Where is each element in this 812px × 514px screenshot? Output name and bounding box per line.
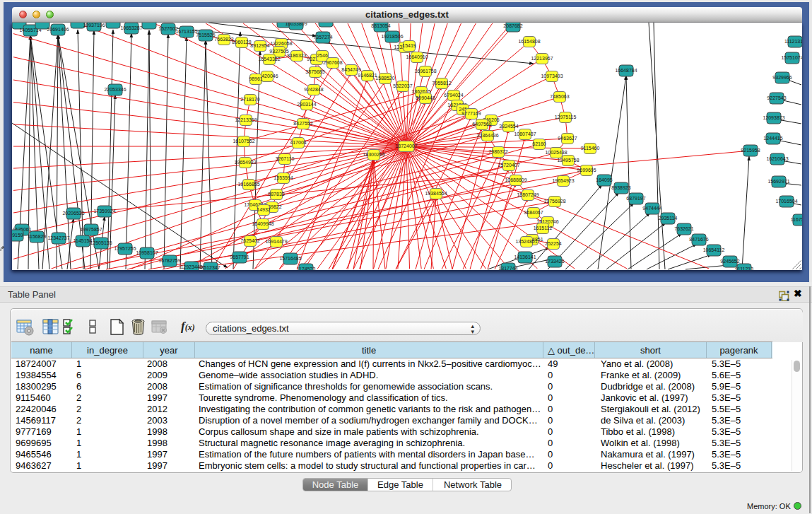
svg-text:8912954: 8912954 <box>250 43 269 48</box>
svg-text:7632621: 7632621 <box>674 226 693 231</box>
svg-text:1317744: 1317744 <box>498 266 517 270</box>
svg-text:252254: 252254 <box>545 241 561 246</box>
svg-text:9115460: 9115460 <box>581 146 600 151</box>
svg-text:15751074: 15751074 <box>781 55 802 60</box>
svg-text:12923448: 12923448 <box>180 264 202 269</box>
svg-text:16543382: 16543382 <box>258 57 280 62</box>
svg-text:16961758: 16961758 <box>414 69 436 74</box>
svg-text:2803144: 2803144 <box>297 102 316 107</box>
svg-text:9227543: 9227543 <box>767 95 786 100</box>
svg-text:8938923: 8938923 <box>611 185 630 190</box>
svg-text:8454749: 8454749 <box>341 67 360 72</box>
svg-text:19975857: 19975857 <box>80 227 102 232</box>
svg-text:20691406: 20691406 <box>47 27 69 32</box>
svg-text:15716485: 15716485 <box>279 256 301 261</box>
svg-text:39159: 39159 <box>12 233 23 238</box>
svg-text:887833: 887833 <box>268 192 284 197</box>
svg-text:19654923: 19654923 <box>552 178 574 183</box>
svg-text:9463627: 9463627 <box>558 136 577 141</box>
svg-text:12505135: 12505135 <box>90 240 112 245</box>
svg-text:9777169: 9777169 <box>461 111 481 116</box>
svg-text:6879197: 6879197 <box>626 196 645 201</box>
svg-text:1733426: 1733426 <box>545 259 564 264</box>
svg-text:1244415: 1244415 <box>763 136 782 141</box>
svg-text:1156829: 1156829 <box>28 234 47 239</box>
svg-text:19218506: 19218506 <box>381 34 403 39</box>
svg-text:9699695: 9699695 <box>577 168 596 173</box>
svg-text:9146821: 9146821 <box>358 73 377 78</box>
svg-text:15419: 15419 <box>402 43 416 48</box>
svg-text:8813054: 8813054 <box>371 23 390 28</box>
svg-text:7663822: 7663822 <box>214 37 233 42</box>
svg-text:1174523: 1174523 <box>297 267 316 270</box>
svg-text:16210643: 16210643 <box>766 156 788 161</box>
svg-text:18300295: 18300295 <box>363 152 384 157</box>
svg-text:12213369: 12213369 <box>235 117 257 122</box>
svg-text:19166855: 19166855 <box>237 182 259 187</box>
svg-text:16409948: 16409948 <box>252 221 273 226</box>
svg-text:19654933: 19654933 <box>234 160 256 165</box>
svg-text:8990448: 8990448 <box>416 95 435 100</box>
svg-text:98961: 98961 <box>249 76 263 81</box>
svg-text:9657791: 9657791 <box>230 255 249 259</box>
svg-text:10025438: 10025438 <box>545 150 567 155</box>
svg-text:9329966: 9329966 <box>772 75 792 80</box>
svg-text:8427552: 8427552 <box>293 121 312 126</box>
svg-text:164095: 164095 <box>596 177 612 182</box>
svg-text:8215958: 8215958 <box>741 148 760 153</box>
svg-text:2546: 2546 <box>317 53 328 58</box>
svg-text:8471676: 8471676 <box>689 237 708 242</box>
svg-text:17016504: 17016504 <box>775 199 797 204</box>
svg-text:7986372: 7986372 <box>488 149 507 154</box>
svg-text:2087682: 2087682 <box>503 23 522 28</box>
svg-text:10653287: 10653287 <box>120 25 142 30</box>
svg-text:12213967: 12213967 <box>531 56 553 61</box>
svg-text:3824554: 3824554 <box>499 124 518 129</box>
svg-text:16154808: 16154808 <box>518 39 540 44</box>
svg-text:16033809: 16033809 <box>285 23 307 26</box>
svg-text:14932: 14932 <box>257 207 271 212</box>
svg-text:9327505: 9327505 <box>269 49 288 54</box>
svg-text:16640910: 16640910 <box>406 54 428 59</box>
svg-text:417004: 417004 <box>290 140 306 145</box>
svg-text:5322037: 5322037 <box>393 83 412 88</box>
svg-text:7357274: 7357274 <box>313 35 332 40</box>
svg-text:6794024: 6794024 <box>444 93 463 98</box>
svg-text:12342737: 12342737 <box>47 235 69 240</box>
svg-text:3875685: 3875685 <box>305 69 324 74</box>
svg-text:13524851: 13524851 <box>515 239 537 244</box>
svg-text:2935114: 2935114 <box>659 216 678 221</box>
svg-text:16648784: 16648784 <box>615 68 637 73</box>
svg-text:11121314: 11121314 <box>784 39 802 44</box>
svg-text:16914479: 16914479 <box>265 239 287 244</box>
svg-text:13226058: 13226058 <box>270 41 292 46</box>
svg-text:6497568: 6497568 <box>472 122 491 127</box>
svg-text:12975115: 12975115 <box>555 115 577 119</box>
svg-text:1588520: 1588520 <box>375 76 394 81</box>
svg-text:17359924: 17359924 <box>93 209 115 214</box>
svg-text:3267110: 3267110 <box>276 156 295 161</box>
svg-text:10937196: 10937196 <box>83 23 105 28</box>
svg-text:3684067: 3684067 <box>524 210 543 215</box>
svg-text:14136141: 14136141 <box>514 255 536 259</box>
svg-text:20364436: 20364436 <box>476 133 498 138</box>
svg-text:10958107: 10958107 <box>136 250 158 255</box>
svg-text:1167531: 1167531 <box>791 217 802 222</box>
svg-text:9474444: 9474444 <box>642 206 661 211</box>
svg-text:2967608: 2967608 <box>323 60 342 65</box>
svg-text:2718170: 2718170 <box>240 97 259 102</box>
svg-text:9245652: 9245652 <box>720 259 739 264</box>
svg-text:62160: 62160 <box>532 141 546 146</box>
svg-text:20206535: 20206535 <box>62 211 84 216</box>
svg-text:8512347: 8512347 <box>201 265 220 270</box>
svg-text:10973493: 10973493 <box>541 74 563 78</box>
svg-text:10807487: 10807487 <box>514 132 536 136</box>
svg-text:1615112: 1615112 <box>534 226 553 230</box>
svg-text:12093873: 12093873 <box>763 115 784 120</box>
svg-text:15692971: 15692971 <box>767 179 789 184</box>
svg-text:7515526: 7515526 <box>196 33 215 37</box>
svg-text:19756928: 19756928 <box>543 199 565 204</box>
svg-text:17957255: 17957255 <box>114 246 136 251</box>
svg-text:16107552: 16107552 <box>233 139 254 144</box>
svg-text:19384554: 19384554 <box>425 191 447 196</box>
